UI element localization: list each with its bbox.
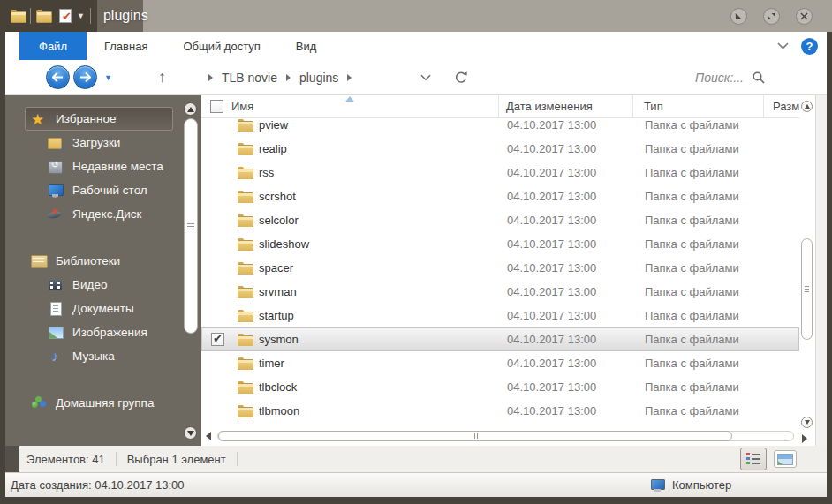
restore-button[interactable] (763, 8, 780, 25)
folder-icon (238, 262, 252, 275)
window-title: plugins (103, 8, 148, 24)
column-header-type[interactable]: Тип (633, 95, 764, 117)
breadcrumb-item[interactable]: TLB novie (222, 71, 277, 85)
column-label: Дата изменения (506, 100, 593, 113)
sidebar-scroll-up-button[interactable] (184, 102, 197, 116)
sidebar-item-video[interactable]: Видео (5, 273, 181, 297)
file-row-sysmon[interactable]: sysmon04.10.2017 13:00Папка с файлами (201, 327, 799, 351)
sidebar-item-label: Изображения (72, 326, 147, 339)
column-header-size[interactable]: Размер (764, 95, 799, 117)
folder-icon (238, 286, 252, 298)
close-button[interactable] (796, 8, 813, 25)
horizontal-scrollbar-track[interactable] (217, 431, 794, 441)
file-row-spacer[interactable]: spacer04.10.2017 13:00Папка с файлами (201, 256, 799, 280)
cell-type: Папка с файлами (634, 333, 765, 346)
help-button[interactable]: ? (801, 38, 818, 55)
address-dropdown-icon[interactable] (420, 74, 431, 81)
tab-file[interactable]: Файл (19, 32, 87, 60)
sidebar-scrollbar-thumb[interactable] (184, 118, 198, 334)
sidebar-item-downloads[interactable]: Загрузки (5, 131, 181, 154)
file-row-slideshow[interactable]: slideshow04.10.2017 13:00Папка с файлами (201, 232, 799, 256)
horizontal-scrollbar-thumb[interactable] (218, 431, 732, 441)
file-row-timer[interactable]: timer04.10.2017 13:00Папка с файлами (201, 351, 799, 375)
forward-button[interactable] (73, 65, 97, 89)
file-name: pview (259, 119, 288, 132)
cell-name: rss (202, 166, 500, 179)
sidebar-item-documents[interactable]: Документы (5, 297, 181, 320)
breadcrumb-arrow-icon[interactable] (286, 74, 291, 81)
cell-name: srvman (202, 285, 500, 298)
music-icon (48, 350, 64, 364)
file-row-srvman[interactable]: srvman04.10.2017 13:00Папка с файлами (201, 280, 799, 304)
status-bar-notch (5, 446, 19, 472)
select-all-checkbox[interactable] (210, 100, 223, 113)
window-folder-icon (11, 10, 25, 22)
breadcrumb-arrow-icon[interactable] (208, 74, 213, 81)
quick-access-folder-icon[interactable] (36, 10, 50, 22)
recent-icon (48, 160, 64, 174)
scroll-left-icon[interactable] (206, 432, 211, 440)
sidebar-item-recent[interactable]: Недавние места (5, 154, 181, 178)
cell-type: Папка с файлами (634, 357, 765, 370)
sidebar-scroll-down-button[interactable] (184, 426, 197, 440)
file-row-scrshot[interactable]: scrshot04.10.2017 13:00Папка с файлами (201, 184, 799, 208)
file-name: slideshow (259, 237, 309, 251)
sidebar-item-desktop[interactable]: Рабочий стол (5, 178, 181, 202)
sidebar-group-homegroup[interactable]: Домашняя группа (25, 391, 173, 415)
search-placeholder: Поиск:... (695, 71, 744, 85)
scroll-up-button[interactable] (801, 101, 813, 112)
row-checkbox-checked[interactable] (211, 333, 224, 346)
sidebar-item-yandex[interactable]: Яндекс.Диск (5, 202, 181, 226)
explorer-window: ▼ plugins Файл Главная Общий доступ Вид (0, 0, 832, 504)
file-row-selcolor[interactable]: selcolor04.10.2017 13:00Папка с файлами (201, 208, 799, 232)
location-label: Компьютер (672, 478, 731, 492)
file-row-tlbmoon[interactable]: tlbmoon04.10.2017 13:00Папка с файлами (201, 399, 799, 423)
tab-view[interactable]: Вид (278, 32, 335, 60)
tab-home[interactable]: Главная (87, 32, 165, 60)
cell-type: Папка с файлами (634, 190, 765, 203)
breadcrumb-item[interactable]: plugins (299, 71, 338, 85)
column-header-row: Имя Дата изменения Тип Размер (201, 95, 799, 118)
back-button[interactable] (46, 65, 70, 89)
sidebar-group-star[interactable]: Избранное (25, 107, 173, 131)
file-row-pview[interactable]: pview04.10.2017 13:00Папка с файлами (201, 119, 799, 137)
file-row-tlbclock[interactable]: tlbclock04.10.2017 13:00Папка с файлами (201, 375, 799, 399)
ribbon-collapse-icon[interactable] (777, 42, 789, 49)
file-name: scrshot (259, 190, 296, 203)
homegroup-icon (31, 396, 47, 410)
cell-date-modified: 04.10.2017 13:00 (500, 261, 634, 275)
sidebar-group-libraries[interactable]: Библиотеки (25, 249, 173, 273)
folder-icon (238, 405, 252, 417)
file-row-realip[interactable]: realip04.10.2017 13:00Папка с файлами (201, 137, 799, 161)
sidebar-item-label: Видео (72, 278, 107, 291)
cell-date-modified: 04.10.2017 13:00 (500, 190, 634, 203)
navigation-bar: ▼ ↑ TLB novie plugins Поиск:... (5, 60, 827, 95)
scroll-right-icon[interactable] (802, 434, 807, 443)
tab-share[interactable]: Общий доступ (165, 32, 277, 60)
search-box[interactable]: Поиск:... (695, 71, 765, 85)
search-icon[interactable] (753, 71, 765, 84)
scroll-down-button[interactable] (801, 417, 813, 428)
recent-locations-caret-icon[interactable]: ▼ (104, 73, 112, 82)
refresh-icon[interactable] (454, 71, 468, 85)
sidebar-item-music[interactable]: Музыка (5, 344, 181, 368)
status-divider (116, 452, 117, 466)
cell-name: slideshow (202, 237, 500, 251)
sidebar-item-pictures[interactable]: Изображения (5, 320, 181, 344)
file-row-rss[interactable]: rss04.10.2017 13:00Папка с файлами (201, 161, 799, 184)
location-indicator: Компьютер (650, 478, 731, 493)
sort-ascending-icon[interactable] (345, 96, 354, 102)
column-header-date-modified[interactable]: Дата изменения (499, 95, 633, 117)
up-one-level-icon[interactable]: ↑ (158, 68, 166, 87)
vertical-scrollbar-thumb[interactable] (801, 238, 813, 340)
thumbnails-view-icon (777, 454, 793, 465)
details-view-button[interactable] (740, 448, 767, 470)
minimize-button[interactable] (730, 8, 747, 25)
column-label: Имя (231, 100, 253, 113)
breadcrumb-arrow-icon[interactable] (347, 74, 352, 81)
file-row-startup[interactable]: startup04.10.2017 13:00Папка с файлами (201, 304, 799, 327)
thumbnails-view-button[interactable] (774, 450, 797, 468)
quick-access-caret-icon[interactable]: ▼ (77, 11, 85, 20)
cell-name: sysmon (202, 333, 500, 346)
quick-access-properties-icon[interactable] (59, 9, 72, 23)
